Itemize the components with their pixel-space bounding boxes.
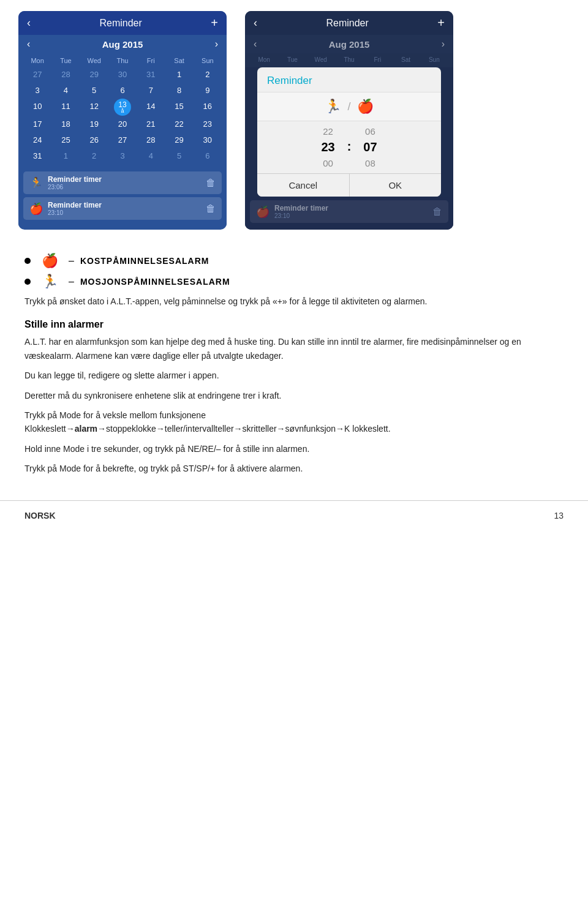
cal-day[interactable]: 8 — [165, 83, 193, 98]
ok-button[interactable]: OK — [350, 174, 442, 197]
cal-day[interactable]: 29 — [80, 67, 108, 82]
dialog-runner-icon[interactable]: 🏃 — [325, 99, 341, 115]
reminder-delete-2[interactable]: 🗑 — [206, 203, 216, 214]
right-prev-month[interactable]: ‹ — [254, 39, 257, 50]
left-calendar: Mon Tue Wed Thu Fri Sat Sun 27 28 29 30 … — [18, 53, 227, 169]
right-dimmed-reminder: 🍎 Reminder timer 23:10 🗑 — [245, 197, 453, 230]
cal-day[interactable]: 5 — [80, 83, 108, 98]
day-header-sun: Sun — [194, 56, 222, 66]
cal-day[interactable]: 30 — [194, 132, 222, 148]
left-back-arrow[interactable]: ‹ — [27, 17, 31, 29]
left-reminder-list: 🏃 Reminder timer 23:06 🗑 🍎 Reminder time… — [18, 169, 227, 225]
footer-page-number: 13 — [554, 511, 564, 521]
cal-day[interactable]: 28 — [51, 67, 80, 82]
cal-day[interactable]: 4 — [51, 83, 80, 98]
reminder-delete-1[interactable]: 🗑 — [206, 178, 216, 189]
paragraph-5: Hold inne Mode i tre sekunder, og trykk … — [24, 442, 564, 456]
left-month-header: ‹ Aug 2015 › — [18, 35, 227, 53]
minute-below: 08 — [365, 156, 375, 170]
cal-day[interactable]: 25 — [51, 132, 80, 148]
cal-day[interactable]: 28 — [137, 132, 165, 148]
cal-day[interactable]: 22 — [165, 116, 193, 132]
reminder-text-2: Reminder timer 23:10 — [48, 201, 206, 216]
cal-day[interactable]: 10 — [23, 99, 51, 116]
cal-day[interactable]: 24 — [23, 132, 51, 148]
right-next-month[interactable]: › — [442, 39, 445, 50]
reminder-item-2[interactable]: 🍎 Reminder timer 23:10 🗑 — [23, 197, 222, 220]
cal-day[interactable]: 9 — [194, 83, 222, 98]
right-calendar-dim: Mon Tue Wed Thu Fri Sat Sun — [245, 53, 453, 67]
cal-day[interactable]: 3 — [108, 148, 137, 163]
cal-day[interactable]: 1 — [51, 148, 80, 163]
cal-day[interactable]: 5 — [165, 148, 193, 163]
cal-day[interactable]: 26 — [80, 132, 108, 148]
time-row: 22 23 00 : 06 07 08 — [270, 124, 429, 170]
bullet-dot-1 — [24, 258, 31, 264]
bullet-label-1: KOSTPÅMINNELSESALARM — [80, 256, 209, 266]
right-phone-header: ‹ Reminder + — [245, 11, 453, 35]
bullet-row-2: 🏃 – MOSJONSPÅMINNELSESALARM — [24, 274, 564, 290]
cal-day[interactable]: 2 — [194, 67, 222, 82]
calendar-week-3: 10 11 12 13å 14 15 16 — [23, 99, 222, 116]
cal-day[interactable]: 31 — [137, 67, 165, 82]
calendar-week-6: 31 1 2 3 4 5 6 — [23, 148, 222, 163]
day-header-fri: Fri — [137, 56, 165, 66]
cal-day[interactable]: 1 — [165, 67, 193, 82]
reminder-item-1[interactable]: 🏃 Reminder timer 23:06 🗑 — [23, 171, 222, 194]
cal-day[interactable]: 27 — [108, 132, 137, 148]
cal-day[interactable]: 16 — [194, 99, 222, 116]
right-plus-button[interactable]: + — [437, 16, 445, 30]
left-month-year: Aug 2015 — [102, 39, 143, 50]
cal-day[interactable]: 12 — [80, 99, 108, 116]
cal-day[interactable]: 4 — [137, 148, 165, 163]
dialog-buttons: Cancel OK — [257, 173, 441, 197]
day-header-mon: Mon — [23, 56, 51, 66]
dialog-overlay: Reminder 🏃 / 🍎 22 23 00 : — [245, 67, 453, 230]
cal-day[interactable]: 6 — [194, 148, 222, 163]
cal-day[interactable]: 18 — [51, 116, 80, 132]
cal-day[interactable]: 19 — [80, 116, 108, 132]
left-prev-month[interactable]: ‹ — [27, 39, 30, 50]
cal-day[interactable]: 29 — [165, 132, 193, 148]
left-phone: ‹ Reminder + ‹ Aug 2015 › Mon Tue Wed Th… — [18, 11, 227, 230]
cal-day[interactable]: 20 — [108, 116, 137, 132]
dimmed-reminder-item: 🍎 Reminder timer 23:10 🗑 — [250, 200, 448, 223]
time-picker: 22 23 00 : 06 07 08 — [257, 121, 441, 173]
cal-day[interactable]: 15 — [165, 99, 193, 116]
left-next-month[interactable]: › — [215, 39, 218, 50]
cancel-button[interactable]: Cancel — [257, 174, 350, 197]
right-back-arrow[interactable]: ‹ — [254, 17, 257, 29]
cal-day[interactable]: 14 — [137, 99, 165, 116]
dialog-apple-icon[interactable]: 🍎 — [357, 99, 374, 115]
cal-day-today[interactable]: 13å — [114, 99, 131, 116]
cal-day[interactable]: 6 — [108, 83, 137, 98]
time-colon: : — [347, 140, 352, 155]
cal-day[interactable]: 2 — [80, 148, 108, 163]
cal-day[interactable]: 3 — [23, 83, 51, 98]
cal-day[interactable]: 30 — [108, 67, 137, 82]
cal-day[interactable]: 17 — [23, 116, 51, 132]
footer-language: NORSK — [24, 511, 56, 521]
reminder-title-1: Reminder timer — [48, 175, 206, 184]
reminder-time-1: 23:06 — [48, 184, 206, 190]
reminder-title-2: Reminder timer — [48, 201, 206, 209]
cal-day[interactable]: 23 — [194, 116, 222, 132]
left-plus-button[interactable]: + — [211, 16, 218, 30]
day-header-tue: Tue — [51, 56, 80, 66]
cal-day[interactable]: 21 — [137, 116, 165, 132]
cal-day[interactable]: 11 — [51, 99, 80, 116]
content-area: 🍎 – KOSTPÅMINNELSESALARM 🏃 – MOSJONSPÅMI… — [0, 241, 588, 488]
dialog-separator: / — [347, 100, 350, 113]
day-header-thu: Thu — [108, 56, 137, 66]
reminder-time-2: 23:10 — [48, 209, 206, 216]
left-phone-header: ‹ Reminder + — [18, 11, 227, 35]
calendar-week-1: 27 28 29 30 31 1 2 — [23, 67, 222, 82]
cal-day[interactable]: 7 — [137, 83, 165, 98]
bullet-dot-2 — [24, 279, 31, 285]
right-month-header: ‹ Aug 2015 › — [245, 35, 453, 53]
left-phone-title: Reminder — [99, 18, 141, 29]
paragraph-6: Trykk på Mode for å bekrefte, og trykk p… — [24, 462, 564, 475]
cal-day[interactable]: 27 — [23, 67, 51, 82]
cal-day[interactable]: 31 — [23, 148, 51, 163]
minute-above: 06 — [365, 124, 375, 138]
